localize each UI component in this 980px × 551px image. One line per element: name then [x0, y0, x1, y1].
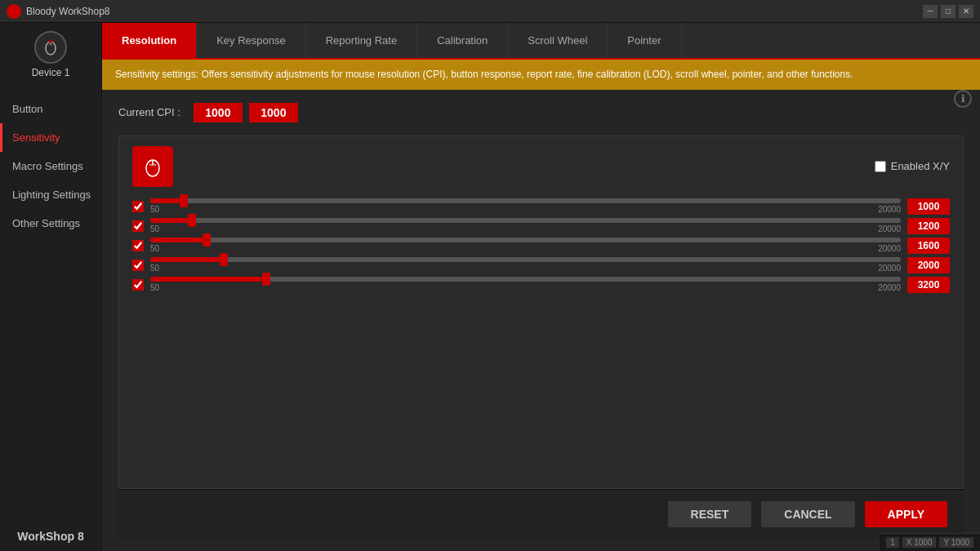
cpi-label: Current CPI : [118, 106, 180, 118]
sidebar-item-button[interactable]: Button [0, 95, 101, 123]
slider-3-fill [150, 238, 207, 242]
slider-5-checkbox[interactable] [132, 279, 144, 291]
sidebar-item-lighting[interactable]: Lighting Settings [0, 180, 101, 209]
status-badge-x: X 1000 [902, 537, 937, 548]
device-icon [34, 31, 67, 64]
sidebar-item-other[interactable]: Other Settings [0, 209, 101, 238]
svg-point-3 [49, 40, 52, 43]
tab-calibration[interactable]: Calibration [417, 23, 508, 58]
close-button[interactable]: ✕ [959, 5, 973, 18]
tab-resolution[interactable]: Resolution [102, 23, 197, 58]
status-bar: 1 X 1000 Y 1000 [880, 533, 980, 551]
slider-row-4: 50 20000 2000 [132, 257, 950, 273]
slider-5-fill [150, 277, 266, 282]
slider-2-thumb[interactable] [188, 214, 196, 227]
slider-1-thumb[interactable] [180, 194, 188, 207]
status-badge-y: Y 1000 [939, 537, 973, 548]
slider-1-track[interactable] [150, 198, 901, 203]
slider-3-labels: 50 20000 [150, 244, 901, 253]
window-controls[interactable]: ─ □ ✕ [923, 5, 973, 18]
slider-max-label: 20000 [878, 205, 901, 214]
slider-2-checkbox[interactable] [132, 220, 144, 232]
status-badge-1: 1 [886, 537, 899, 548]
slider-2-fill [150, 218, 192, 223]
tab-bar: Resolution Key Response Reporting Rate C… [102, 23, 980, 60]
slider-1-fill [150, 198, 184, 203]
mouse-icon-box [132, 146, 173, 187]
slider-4-value: 2000 [907, 257, 950, 273]
bottom-bar: RESET CANCEL APPLY [118, 489, 964, 538]
slider-5-track-container: 50 20000 [150, 277, 901, 292]
slider-4-track[interactable] [150, 257, 901, 262]
slider-2-value: 1200 [907, 218, 950, 234]
cpi-value-y: 1000 [249, 103, 298, 122]
slider-2-track[interactable] [150, 218, 901, 223]
slider-4-checkbox[interactable] [132, 260, 144, 271]
apply-button[interactable]: APPLY [865, 501, 947, 527]
tab-pointer[interactable]: Pointer [608, 23, 681, 58]
slider-2-min: 50 [150, 224, 159, 233]
slider-3-checkbox[interactable] [132, 240, 144, 251]
minimize-button[interactable]: ─ [923, 5, 938, 18]
slider-4-thumb[interactable] [220, 253, 228, 266]
tab-reporting-rate[interactable]: Reporting Rate [306, 23, 417, 58]
slider-row-3: 50 20000 1600 [132, 238, 950, 254]
main-layout: Device 1 Button Sensitivity Macro Settin… [0, 23, 980, 551]
slider-row-2: 50 20000 1200 [132, 218, 950, 234]
slider-5-track[interactable] [150, 277, 901, 282]
cpi-value-x: 1000 [194, 103, 243, 122]
cpi-row: Current CPI : 1000 1000 [118, 103, 964, 122]
slider-4-track-container: 50 20000 [150, 257, 901, 273]
slider-3-thumb[interactable] [203, 233, 211, 247]
slider-5-min: 50 [150, 283, 159, 292]
info-banner: Sensitivity settings: Offers sensitivity… [102, 60, 980, 90]
main-content: ℹ Current CPI : 1000 1000 [102, 90, 980, 551]
slider-1-labels: 50 20000 [150, 205, 901, 214]
titlebar: Bloody WorkShop8 ─ □ ✕ [0, 0, 980, 23]
slider-3-value: 1600 [907, 238, 950, 254]
slider-3-min: 50 [150, 244, 159, 253]
enable-xy-label[interactable]: Enabled X/Y [875, 160, 950, 172]
enable-xy-text: Enabled X/Y [891, 160, 950, 172]
slider-1-track-container: 50 20000 [150, 198, 901, 214]
slider-row-1: 50 20000 1000 [132, 198, 950, 215]
device-label: Device 1 [32, 67, 70, 78]
sidebar: Device 1 Button Sensitivity Macro Settin… [0, 23, 102, 551]
sidebar-item-macro[interactable]: Macro Settings [0, 152, 101, 180]
slider-4-fill [150, 257, 224, 262]
panel-header: Enabled X/Y [132, 146, 950, 187]
app-footer-label: WorkShop 8 [7, 522, 93, 551]
app-logo [7, 4, 21, 19]
device-item[interactable]: Device 1 [32, 31, 70, 78]
slider-panel: Enabled X/Y 50 20000 [118, 136, 964, 489]
slider-5-thumb[interactable] [262, 273, 270, 286]
slider-2-max: 20000 [878, 224, 901, 233]
slider-3-track-container: 50 20000 [150, 238, 901, 253]
maximize-button[interactable]: □ [941, 5, 956, 18]
content-area: Resolution Key Response Reporting Rate C… [102, 23, 980, 551]
slider-4-max: 20000 [878, 264, 901, 273]
slider-4-min: 50 [150, 264, 159, 273]
reset-button[interactable]: RESET [668, 501, 752, 527]
tab-key-response[interactable]: Key Response [197, 23, 306, 58]
titlebar-left: Bloody WorkShop8 [7, 4, 110, 19]
slider-row-5: 50 20000 3200 [132, 277, 950, 293]
slider-min-label: 50 [150, 205, 159, 214]
slider-3-max: 20000 [878, 244, 901, 253]
tab-scroll-wheel[interactable]: Scroll Wheel [508, 23, 608, 58]
cancel-button[interactable]: CANCEL [761, 501, 854, 527]
slider-5-max: 20000 [878, 283, 901, 292]
enable-xy-checkbox[interactable] [875, 161, 886, 172]
slider-2-track-container: 50 20000 [150, 218, 901, 233]
slider-5-value: 3200 [907, 277, 950, 293]
slider-1-checkbox[interactable] [132, 201, 144, 212]
slider-2-labels: 50 20000 [150, 224, 901, 233]
app-title: Bloody WorkShop8 [26, 6, 110, 17]
slider-1-value: 1000 [907, 198, 950, 215]
slider-3-track[interactable] [150, 238, 901, 242]
slider-4-labels: 50 20000 [150, 264, 901, 273]
info-icon[interactable]: ℹ [954, 90, 972, 108]
sidebar-item-sensitivity[interactable]: Sensitivity [0, 123, 101, 152]
